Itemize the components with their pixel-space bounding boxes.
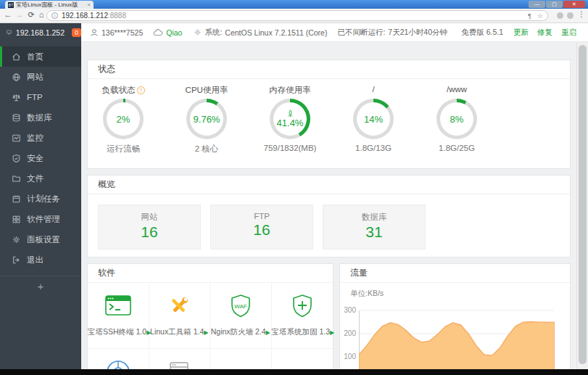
gauge-ring: 2%	[103, 99, 144, 139]
software-app-system-hardening[interactable]: 宝塔系统加固 1.3▶	[272, 283, 334, 349]
rocket-icon[interactable]	[286, 110, 294, 118]
page-scrollbar	[576, 42, 588, 375]
sidebar-item-ftp[interactable]: FTP	[0, 87, 81, 107]
server-ip-block[interactable]: 192.168.1.252 0	[0, 23, 81, 42]
software-card-title: 软件	[88, 264, 333, 283]
shield-plus-icon	[289, 292, 316, 320]
traffic-chart-svg	[359, 305, 555, 375]
scrollbar-thumb[interactable]	[579, 45, 587, 364]
gauge-ring: 14%	[353, 99, 394, 139]
screen: BT 宝塔Linux面板 - Linux版 × — ▢ ✕ ← → ⟳ ⌂ i …	[0, 0, 588, 375]
cloud-icon	[153, 28, 163, 36]
monitor-icon	[7, 28, 12, 37]
sidebar-item-security[interactable]: 安全	[0, 148, 81, 168]
restart-button[interactable]: 重启	[561, 28, 576, 38]
url-port: :8888	[108, 12, 126, 20]
sidebar-item-cron[interactable]: 计划任务	[0, 189, 81, 209]
shield-icon	[12, 154, 21, 163]
window-maximize-button[interactable]: ▢	[546, 1, 563, 8]
update-button[interactable]: 更新	[513, 28, 529, 38]
browser-titlebar: BT 宝塔Linux面板 - Linux版 × — ▢ ✕	[0, 0, 588, 9]
y-axis-label: 300	[340, 306, 356, 314]
gear-icon	[194, 28, 202, 36]
uptime-info: 已不间断运行: 7天21小时40分钟	[337, 28, 447, 38]
sidebar-item-home[interactable]: 首页	[0, 46, 81, 67]
url-host: 192.168.1.212	[62, 12, 108, 20]
balance-icon	[12, 93, 21, 102]
gauge-memory: 内存使用率 41.4% 759/1832(MB)	[254, 85, 326, 152]
status-card-title: 状态	[88, 60, 570, 79]
extension-icon[interactable]	[567, 12, 573, 19]
terminal-icon	[104, 292, 132, 320]
extension-icon[interactable]	[557, 12, 563, 19]
tab-title: 宝塔Linux面板 - Linux版	[16, 1, 85, 9]
baota-favicon: BT	[8, 2, 14, 8]
main-content: 状态 负载状态 2% 运行流畅 CPU使用率 9.76% 2 核心 内存使用率	[81, 42, 576, 375]
overview-card: 概览 网站 16 FTP 16 数据库 31	[87, 175, 571, 257]
version-label: 免费版 6.5.1	[461, 28, 503, 38]
sidebar-item-sites[interactable]: 网站	[0, 67, 81, 87]
status-card: 状态 负载状态 2% 运行流畅 CPU使用率 9.76% 2 核心 内存使用率	[87, 59, 571, 169]
chart-monitor-icon	[12, 133, 21, 143]
window-minimize-button[interactable]: —	[529, 1, 545, 8]
overview-ftp[interactable]: FTP 16	[210, 205, 313, 250]
gauge-ring: 8%	[436, 99, 477, 139]
plugin-icon[interactable]: ¶	[528, 12, 531, 20]
sidebar-item-software[interactable]: 软件管理	[0, 209, 81, 229]
tab-close-icon[interactable]: ×	[87, 1, 91, 9]
database-icon	[12, 113, 21, 123]
y-axis-label: 100	[340, 353, 356, 360]
software-app-ssh-terminal[interactable]: 宝塔SSH终端 1.0▶	[88, 283, 149, 349]
help-icon[interactable]	[137, 86, 145, 94]
im-contact[interactable]: Qiao	[153, 28, 182, 37]
sidebar-item-settings[interactable]: 面板设置	[0, 229, 81, 250]
browser-tab[interactable]: BT 宝塔Linux面板 - Linux版 ×	[5, 1, 94, 9]
message-badge[interactable]: 0	[72, 28, 81, 37]
address-bar[interactable]: i 192.168.1.212 :8888 ¶ ☆	[46, 10, 548, 21]
account-phone[interactable]: 136****7525	[90, 28, 143, 37]
software-app-linux-toolbox[interactable]: Linux工具箱 1.4▶	[149, 283, 211, 349]
server-ip: 192.168.1.252	[16, 28, 65, 37]
folder-icon	[12, 174, 21, 184]
gear-icon	[12, 235, 21, 244]
software-card: 软件 宝塔SSH终端 1.0▶ Linux工具箱	[87, 263, 334, 375]
software-app-nginx-waf[interactable]: WAF Nginx防火墙 2.4▶	[210, 283, 272, 349]
calendar-icon	[12, 194, 21, 204]
sidebar: 首页 网站 FTP 数据库 监控 安全 文件 计划任务	[0, 42, 81, 375]
toolbox-icon	[165, 292, 193, 320]
browser-toolbar: ← → ⟳ ⌂ i 192.168.1.212 :8888 ¶ ☆ ⋮	[0, 9, 588, 23]
home-icon	[12, 52, 21, 62]
gauge-ring: 9.76%	[186, 99, 227, 139]
sidebar-item-files[interactable]: 文件	[0, 168, 81, 189]
sidebar-item-logout[interactable]: 退出	[0, 250, 81, 270]
svg-text:WAF: WAF	[234, 303, 247, 310]
back-icon[interactable]: ←	[3, 10, 13, 19]
traffic-card: 流量 单位:KB/s 300 200 100	[339, 263, 571, 375]
home-icon[interactable]: ⌂	[36, 10, 46, 19]
sidebar-item-monitor[interactable]: 监控	[0, 128, 81, 148]
gauge-disk-www: /www 8% 1.8G/25G	[421, 85, 493, 152]
forward-icon[interactable]: →	[15, 10, 25, 19]
traffic-unit-label: 单位:KB/s	[350, 289, 384, 299]
sidebar-item-database[interactable]: 数据库	[0, 107, 81, 128]
panel-header: 192.168.1.252 0 136****7525 Qiao 系统: Cen…	[0, 23, 588, 42]
overview-sites[interactable]: 网站 16	[98, 205, 201, 250]
gauge-cpu: CPU使用率 9.76% 2 核心	[170, 85, 243, 154]
browser-menu-icon[interactable]: ⋮	[578, 10, 585, 18]
gauge-ring: 41.4%	[270, 99, 310, 139]
screen-bottom-bar	[0, 369, 588, 375]
page-info-icon[interactable]: i	[51, 12, 58, 19]
traffic-card-title: 流量	[340, 264, 570, 283]
y-axis-label: 200	[340, 329, 356, 337]
repair-button[interactable]: 修复	[537, 28, 552, 38]
gauge-load: 负载状态 2% 运行流畅	[87, 85, 160, 154]
logout-icon	[12, 255, 21, 265]
user-icon	[90, 28, 99, 37]
bookmark-star-icon[interactable]: ☆	[537, 12, 543, 20]
grid-icon	[12, 215, 21, 224]
overview-database[interactable]: 数据库 31	[323, 205, 426, 250]
window-close-button[interactable]: ✕	[563, 1, 585, 8]
sidebar-add-button[interactable]: +	[0, 276, 81, 297]
refresh-icon[interactable]: ⟳	[26, 10, 36, 20]
globe-icon	[12, 73, 21, 82]
